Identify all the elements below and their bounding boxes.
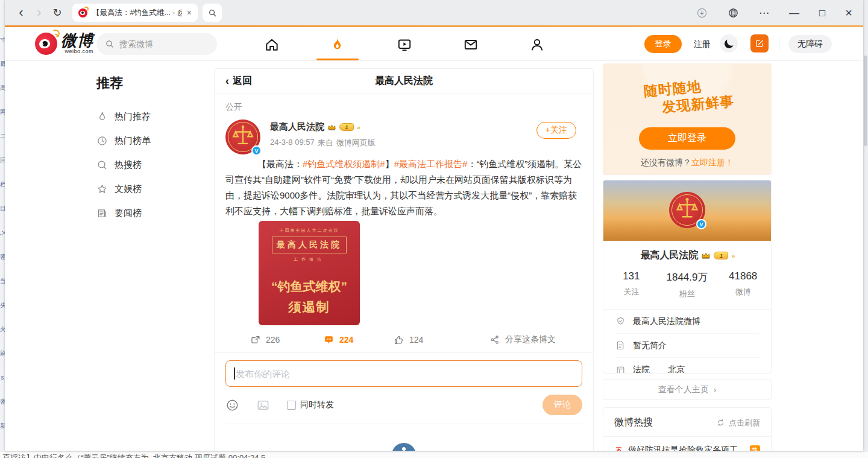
moon-icon: [723, 38, 734, 49]
comment-input[interactable]: [226, 361, 582, 386]
like-count: 124: [409, 335, 423, 345]
image-boxed-title: 最高人民法院: [272, 237, 347, 253]
author-avatar[interactable]: V: [225, 119, 260, 154]
weibo-page: 微博 weibo.com: [5, 27, 863, 451]
image-subtitle: 工作报告: [259, 256, 360, 262]
nav-video-tab[interactable]: [396, 36, 412, 52]
repost-icon: [250, 334, 261, 346]
page-title: 最高人民法院: [215, 75, 593, 87]
accessibility-button[interactable]: 无障碍: [788, 35, 832, 53]
browser-tab[interactable]: 【最高法：#钓鱼式维... - @最 ×: [72, 4, 198, 22]
star-icon: [96, 183, 108, 195]
browser-refresh-button[interactable]: ↻: [48, 7, 66, 18]
comment-icon: [323, 334, 335, 346]
register-link[interactable]: 注册: [694, 39, 711, 50]
profile-avatar[interactable]: V: [669, 192, 705, 228]
sidebar-item-hot-list[interactable]: 热门榜单: [96, 129, 205, 153]
stat-following[interactable]: 131 关注: [603, 270, 659, 299]
scrollbar-thumb[interactable]: [864, 56, 867, 146]
verify-info-row: 最高人民法院微博: [615, 310, 759, 334]
search-icon: [105, 39, 115, 49]
login-button[interactable]: 登录: [644, 35, 682, 53]
post-image[interactable]: 十四届全国人大二次会议 最高人民法院 工作报告 “钓鱼式维权” 须遏制: [259, 221, 360, 325]
shield-icon: [615, 316, 626, 326]
hashtag-link[interactable]: #钓鱼式维权须遏制#: [303, 159, 385, 169]
repost-button[interactable]: 226: [250, 328, 280, 352]
comment-composer: 同时转发 评论: [215, 353, 593, 424]
weibo-logo[interactable]: 微博 weibo.com: [35, 33, 93, 55]
left-sidebar: 推荐 热门推荐 热门榜单 热搜榜 文娱榜: [96, 71, 205, 225]
login-now-button[interactable]: 立即登录: [639, 127, 735, 150]
globe-icon[interactable]: [728, 7, 739, 19]
submit-comment-button[interactable]: 评论: [542, 395, 582, 415]
profile-card: V 最高人民法院 1 » 131 关注: [603, 180, 772, 374]
magnifier-icon: [96, 159, 108, 171]
hot-search-item[interactable]: 做好防汛抗旱抢险救灾各项工... 热: [603, 437, 771, 451]
browser-search-button[interactable]: [203, 4, 222, 22]
logo-text: 微博: [61, 33, 93, 48]
tab-close-icon[interactable]: ×: [187, 8, 192, 17]
image-upload-icon[interactable]: [256, 398, 270, 412]
nav-home-tab[interactable]: [263, 36, 280, 52]
sidebar-item-label: 要闻榜: [115, 208, 142, 219]
verified-badge-icon: V: [251, 145, 262, 156]
search-box[interactable]: [96, 33, 217, 55]
share-icon: [489, 334, 500, 345]
thumbs-up-icon: [393, 334, 404, 346]
repost-checkbox[interactable]: [287, 401, 296, 410]
text-caret: [234, 367, 235, 380]
download-icon[interactable]: [696, 7, 708, 19]
comment-button[interactable]: 224: [323, 328, 353, 352]
maximize-icon[interactable]: □: [819, 8, 825, 18]
emoji-icon[interactable]: [225, 398, 239, 412]
nav-profile-tab[interactable]: [529, 36, 545, 52]
search-input[interactable]: [119, 39, 204, 49]
source-label: 来自: [318, 138, 333, 148]
flame-outline-icon: [96, 111, 108, 122]
post-detail-card: ‹ 返回 最高人民法院 公开 V 最高人民法院: [214, 68, 594, 451]
background-window-left-strip: 寸 最 高 网 二 回 档 目 乄 密 当 央 火 刷 s 密 新: [0, 0, 5, 451]
profile-name[interactable]: 最高人民法院: [640, 249, 698, 262]
nav-messages-tab[interactable]: [462, 36, 479, 52]
close-icon[interactable]: ×: [845, 7, 852, 19]
dark-mode-toggle[interactable]: [720, 34, 738, 52]
category-text: 法院: [633, 364, 650, 374]
sidebar-item-label: 文娱榜: [115, 183, 142, 195]
author-name[interactable]: 最高人民法院: [270, 121, 324, 133]
verified-badge-icon: V: [696, 219, 706, 229]
repost-checkbox-label[interactable]: 同时转发: [300, 399, 334, 410]
login-promo-card: 随时随地 发现新鲜事 立即登录 还没有微博？立即注册！: [603, 63, 772, 175]
share-button[interactable]: 分享这条博文: [489, 328, 556, 352]
repost-count: 226: [266, 335, 280, 345]
clock-icon: [96, 135, 108, 147]
chevron-right-icon: ›: [714, 385, 717, 395]
image-headline-line2: 须遏制: [259, 299, 360, 316]
refresh-button[interactable]: 点击刷新: [716, 418, 760, 428]
follow-button[interactable]: +关注: [536, 122, 576, 139]
stat-posts[interactable]: 41868 微博: [715, 270, 771, 299]
back-button[interactable]: ‹ 返回: [225, 75, 252, 87]
sidebar-item-news[interactable]: 要闻榜: [96, 201, 205, 225]
register-now-link[interactable]: 立即注册！: [691, 157, 734, 167]
no-account-text: 还没有微博？: [641, 157, 691, 167]
like-button[interactable]: 124: [393, 328, 423, 352]
hashtag-link[interactable]: #最高法工作报告#: [394, 159, 468, 169]
document-icon: [615, 340, 626, 351]
sidebar-item-hot-search[interactable]: 热搜榜: [96, 153, 205, 177]
post-source[interactable]: 微博网页版: [336, 138, 376, 148]
view-profile-link[interactable]: 查看个人主页 ›: [603, 379, 772, 400]
browser-forward-button[interactable]: ›: [30, 6, 48, 19]
level-badge: 1: [339, 123, 354, 131]
sidebar-item-entertainment[interactable]: 文娱榜: [96, 177, 205, 201]
active-tab-indicator: [316, 59, 359, 60]
hot-badge: 热: [750, 445, 760, 451]
stat-followers[interactable]: 1844.9万 粉丝: [659, 270, 715, 299]
minimize-icon[interactable]: —: [789, 8, 799, 18]
compose-button[interactable]: [750, 34, 769, 52]
sidebar-item-hot-recommend[interactable]: 热门推荐: [96, 104, 205, 129]
nav-hot-tab[interactable]: [329, 36, 345, 52]
browser-titlebar: ‹ › ↻ 【最高法：#钓鱼式维... - @最 × ⋯ —: [5, 0, 863, 25]
browser-back-button[interactable]: ‹: [12, 6, 30, 19]
browser-menu-icon[interactable]: ⋯: [759, 8, 769, 18]
post-time[interactable]: 24-3-8 09:57: [270, 138, 315, 148]
